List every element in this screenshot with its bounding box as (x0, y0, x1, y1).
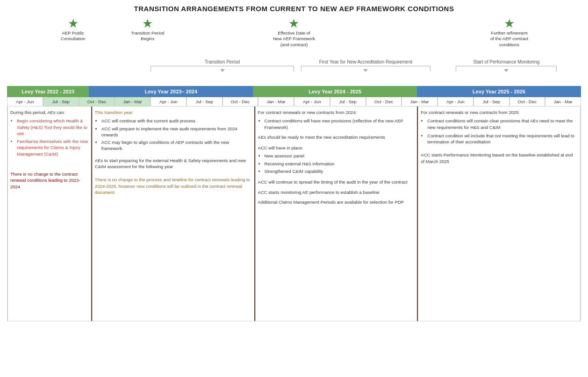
q-2024-apr: Apr - Jun (294, 97, 330, 106)
star-aep-consultation: ★ AEP PublicConsultation (61, 17, 86, 42)
star-further-refinement: ★ Further refinementof the AEP contractc… (490, 17, 528, 48)
clear-provisions-item: Contract conditions will contain clear p… (427, 118, 578, 130)
content-row: During this period, AEs can: Begin consi… (7, 107, 581, 321)
star-icon-1: ★ (68, 17, 79, 29)
q-2025-apr: Apr - Jun (437, 97, 473, 106)
acc-prepare-item: ACC will prepare to implement the new au… (101, 126, 252, 138)
q-2023-jul: Jul - Sep (186, 97, 222, 106)
list-item-familiarise: Familiarise themselves with the new requ… (17, 138, 89, 157)
termination-item: Contract condition wil include that not … (427, 133, 578, 145)
first-year-accreditation-bracket: First Year for New Accreditation Require… (294, 59, 437, 71)
transition-period-label: Transition Period (205, 59, 240, 64)
contract-renewals-2024-text: For contract renewals or new contracts f… (258, 109, 415, 115)
performance-monitoring-start-text: ACC starts Performance Monitoring based … (421, 152, 578, 164)
q-2023-apr: Apr - Jun (151, 97, 186, 106)
q-2025-oct: Oct - Dec (509, 97, 545, 106)
q-2024-oct: Oct - Dec (366, 97, 402, 106)
q-2025-jul: Jul - Sep (473, 97, 509, 106)
content-2023: This transition year: ACC will continue … (92, 107, 255, 321)
period-labels-row: Transition Period First Year for New Acc… (7, 59, 581, 85)
content-2022-oct-mar: During this period, AEs can: Begin consi… (7, 107, 92, 321)
contract-2024-list: Contract conditions will have new provis… (265, 118, 415, 130)
levy-2025: Levy Year 2025 - 2026 (417, 86, 581, 97)
performance-monitoring-label: Start of Performance Monitoring (473, 59, 539, 64)
star-icon-4: ★ (504, 17, 515, 29)
star-effective-date: ★ Effective Date ofNew AEP Framework(and… (273, 17, 315, 48)
levy-2024: Levy Year 2024 - 2025 (253, 86, 417, 97)
strengthened-caim: Strengthened C&IM capability (265, 168, 415, 174)
timeline-wrapper: ★ AEP PublicConsultation ★ Transition Pe… (7, 17, 581, 321)
transition-year-text: This transition year: (95, 109, 252, 115)
star-transition-begins: ★ Transition PeriodBegins (131, 17, 164, 42)
star-label-1: AEP PublicConsultation (61, 30, 86, 42)
q-2023-jan: Jan - Mar (115, 97, 151, 106)
q-2024-jan: Jan - Mar (258, 97, 294, 106)
contract-renewals-2025-text: For contract renewals or new contracts f… (421, 109, 578, 115)
star-icon-2: ★ (142, 17, 153, 29)
q-2026-jan: Jan - Mar (545, 97, 581, 106)
page-title: TRANSITION ARRANGEMENTS FROM CURRENT TO … (7, 5, 581, 13)
content-2025: For contract renewals or new contracts f… (418, 107, 581, 321)
spread-timing-text: ACC will continue to spread the timing o… (258, 179, 415, 185)
star-icon-3: ★ (288, 17, 299, 29)
stars-row: ★ AEP PublicConsultation ★ Transition Pe… (7, 17, 581, 59)
acc-in-place-list: New assessor panel Receiving external H&… (265, 153, 415, 174)
acc-align-item: ACC may begin to align conditions of AEP… (101, 139, 252, 152)
performance-monitoring-bracket: Start of Performance Monitoring (443, 59, 569, 71)
q-2022-jul: Jul - Sep (43, 97, 79, 106)
monitoring-baseline-text: ACC starts monitoring AE performance to … (258, 189, 415, 195)
q-2025-jan: Jan - Mar (402, 97, 437, 106)
quarter-row: Apr - Jun Jul - Sep Oct - Dec Jan - Mar … (7, 97, 581, 107)
list-item-health-safety: Begin considering which Health & Safety … (17, 118, 89, 136)
levy-2023: Levy Year 2023– 2024 (89, 86, 253, 97)
page: TRANSITION ARRANGEMENTS FROM CURRENT TO … (0, 0, 588, 326)
new-assessor-panel: New assessor panel (265, 153, 415, 159)
no-change-2023-text: There is no change to the contract renew… (10, 171, 89, 190)
content-2024: For contract renewals or new contracts f… (255, 107, 418, 321)
receiving-hs-info: Receiving external H&S information (265, 161, 415, 167)
acc-have-in-place-text: ACC will have in place: (258, 145, 415, 151)
no-change-2024-text: There is no change to the process and ti… (95, 177, 252, 195)
levy-2022: Levy Year 2022 - 2023 (7, 86, 89, 97)
during-period-text: During this period, AEs can: (10, 109, 89, 115)
q-2022-apr: Apr - Jun (7, 97, 43, 106)
star-label-4: Further refinementof the AEP contractcon… (490, 30, 528, 48)
aes-ready-text: AEs should be ready to meet the new accr… (258, 134, 415, 140)
q-2022-oct: Oct - Dec (79, 97, 115, 106)
aes-can-list: Begin considering which Health & Safety … (17, 118, 89, 157)
star-label-2: Transition PeriodBegins (131, 30, 164, 42)
levy-year-row: Levy Year 2022 - 2023 Levy Year 2023– 20… (7, 86, 581, 97)
acc-audit-item: ACC will continue with the current audit… (101, 118, 252, 124)
star-label-3: Effective Date ofNew AEP Framework(and c… (273, 30, 315, 48)
aes-start-preparing: AEs to start preparing for the external … (95, 157, 252, 170)
q-2023-oct: Oct - Dec (222, 97, 258, 106)
transition-period-bracket: Transition Period (151, 59, 294, 71)
additional-claims-text: Additional Claims Management Periods are… (258, 199, 415, 205)
q-2024-jul: Jul - Sep (330, 97, 366, 106)
new-provisions-item: Contract conditions will have new provis… (265, 118, 415, 130)
first-year-label: First Year for New Accreditation Require… (319, 59, 413, 64)
contract-2025-list: Contract conditions will contain clear p… (427, 118, 578, 145)
transition-year-list: ACC will continue with the current audit… (101, 118, 252, 151)
